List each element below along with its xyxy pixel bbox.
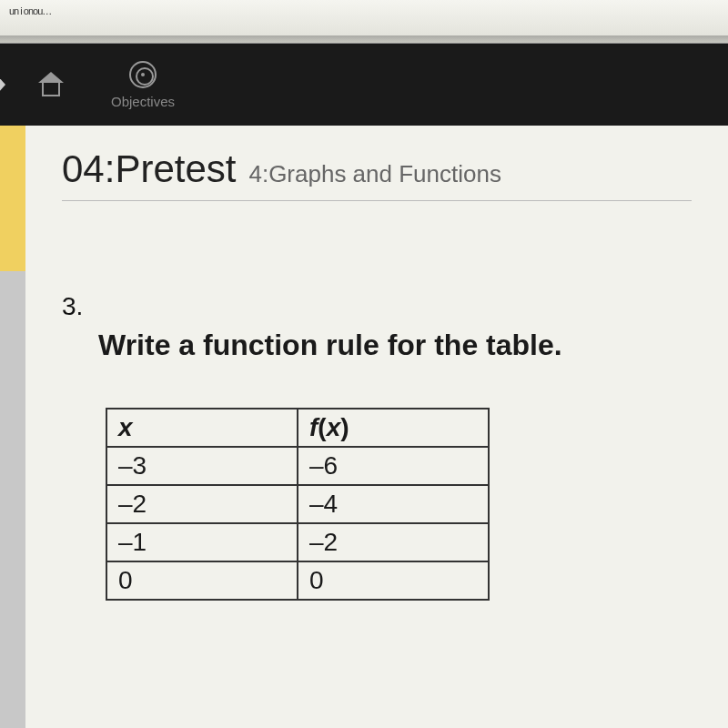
left-margin	[0, 126, 25, 728]
cell-x: –1	[106, 523, 298, 561]
cell-x: 0	[106, 561, 298, 600]
margin-gray	[0, 271, 25, 728]
cell-fx: –6	[298, 447, 489, 485]
page-content: 04:Pretest 4:Graphs and Functions 3. Wri…	[25, 126, 728, 728]
nav-objectives-button[interactable]: Objectives	[111, 61, 175, 109]
nav-arrow-icon[interactable]	[0, 70, 5, 99]
question-number: 3.	[62, 292, 692, 321]
nav-objectives-label: Objectives	[111, 94, 175, 109]
title-row: 04:Pretest 4:Graphs and Functions	[62, 147, 692, 191]
table-header-row: x f(x)	[106, 409, 489, 447]
content-wrap: 04:Pretest 4:Graphs and Functions 3. Wri…	[0, 126, 728, 728]
toolbar-shadow	[0, 35, 728, 48]
table-header-x: x	[106, 409, 298, 447]
app-nav-bar: Objectives	[0, 44, 728, 126]
table-row: –1 –2	[106, 523, 489, 561]
question-prompt: Write a function rule for the table.	[98, 329, 692, 362]
cell-fx: –4	[298, 485, 489, 523]
function-table: x f(x) –3 –6 –2 –4 –1 –2 0	[106, 408, 490, 601]
cell-x: –3	[106, 447, 298, 485]
nav-home-button[interactable]	[36, 72, 66, 97]
cell-fx: –2	[298, 523, 489, 561]
page-subtitle: 4:Graphs and Functions	[248, 160, 501, 188]
home-icon	[36, 72, 66, 97]
table-row: –2 –4	[106, 485, 489, 523]
target-icon	[129, 61, 157, 88]
cell-fx: 0	[298, 561, 489, 600]
browser-toolbar: un i onou…	[0, 0, 728, 44]
table-row: –3 –6	[106, 447, 489, 485]
title-divider	[62, 200, 692, 201]
margin-yellow	[0, 126, 25, 271]
page-title: 04:Pretest	[62, 147, 236, 191]
browser-partial-text: un i onou…	[9, 5, 51, 16]
table-header-fx: f(x)	[298, 409, 489, 447]
table-row: 0 0	[106, 561, 489, 600]
cell-x: –2	[106, 485, 298, 523]
